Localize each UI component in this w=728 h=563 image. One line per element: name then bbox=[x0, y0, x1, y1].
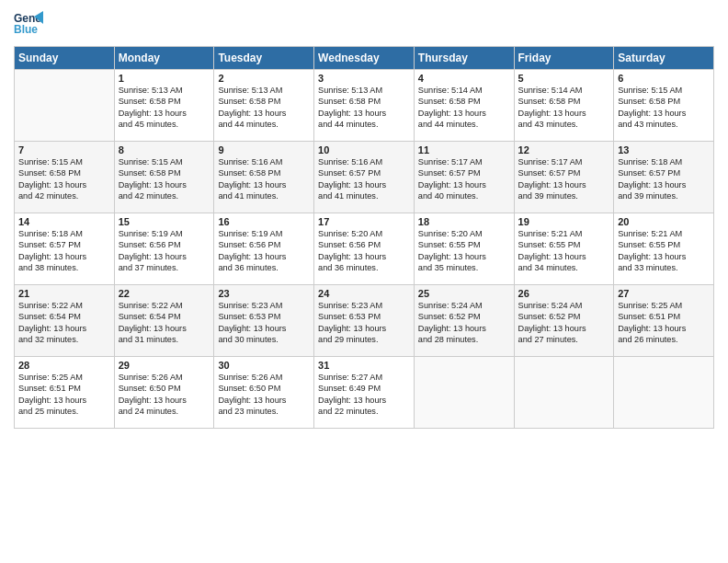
day-number: 15 bbox=[119, 216, 210, 227]
day-number: 25 bbox=[418, 288, 510, 299]
calendar-cell: 6Sunrise: 5:15 AM Sunset: 6:58 PM Daylig… bbox=[614, 70, 714, 142]
calendar-cell: 16Sunrise: 5:19 AM Sunset: 6:56 PM Dayli… bbox=[214, 213, 314, 285]
calendar-cell bbox=[614, 357, 714, 429]
day-number: 12 bbox=[518, 144, 610, 155]
cell-text: Sunrise: 5:13 AM Sunset: 6:58 PM Dayligh… bbox=[218, 85, 310, 131]
col-header-saturday: Saturday bbox=[614, 47, 714, 70]
day-number: 28 bbox=[18, 360, 110, 371]
cell-text: Sunrise: 5:25 AM Sunset: 6:51 PM Dayligh… bbox=[618, 300, 710, 346]
calendar-cell: 23Sunrise: 5:23 AM Sunset: 6:53 PM Dayli… bbox=[214, 285, 314, 357]
day-number: 11 bbox=[418, 144, 510, 155]
calendar-cell: 11Sunrise: 5:17 AM Sunset: 6:57 PM Dayli… bbox=[414, 142, 514, 213]
day-number: 9 bbox=[218, 144, 310, 155]
calendar-cell bbox=[514, 357, 614, 429]
calendar-cell: 5Sunrise: 5:14 AM Sunset: 6:58 PM Daylig… bbox=[514, 70, 614, 142]
cell-text: Sunrise: 5:18 AM Sunset: 6:57 PM Dayligh… bbox=[18, 228, 110, 274]
day-number: 22 bbox=[119, 288, 210, 299]
svg-text:Blue: Blue bbox=[14, 23, 38, 36]
day-number: 4 bbox=[418, 73, 510, 84]
calendar-header: SundayMondayTuesdayWednesdayThursdayFrid… bbox=[15, 47, 714, 70]
day-number: 21 bbox=[18, 288, 110, 299]
day-number: 17 bbox=[318, 216, 410, 227]
cell-text: Sunrise: 5:19 AM Sunset: 6:56 PM Dayligh… bbox=[218, 228, 310, 274]
calendar-cell: 17Sunrise: 5:20 AM Sunset: 6:56 PM Dayli… bbox=[314, 213, 415, 285]
cell-text: Sunrise: 5:22 AM Sunset: 6:54 PM Dayligh… bbox=[18, 300, 110, 346]
cell-text: Sunrise: 5:25 AM Sunset: 6:51 PM Dayligh… bbox=[18, 372, 110, 418]
day-number: 31 bbox=[318, 360, 410, 371]
col-header-wednesday: Wednesday bbox=[314, 47, 415, 70]
col-header-friday: Friday bbox=[514, 47, 614, 70]
calendar-cell: 27Sunrise: 5:25 AM Sunset: 6:51 PM Dayli… bbox=[614, 285, 714, 357]
col-header-thursday: Thursday bbox=[414, 47, 514, 70]
calendar-cell: 14Sunrise: 5:18 AM Sunset: 6:57 PM Dayli… bbox=[15, 213, 115, 285]
calendar-cell: 30Sunrise: 5:26 AM Sunset: 6:50 PM Dayli… bbox=[214, 357, 314, 429]
calendar-cell: 19Sunrise: 5:21 AM Sunset: 6:55 PM Dayli… bbox=[514, 213, 614, 285]
day-number: 18 bbox=[418, 216, 510, 227]
calendar-cell: 28Sunrise: 5:25 AM Sunset: 6:51 PM Dayli… bbox=[15, 357, 115, 429]
calendar-cell: 31Sunrise: 5:27 AM Sunset: 6:49 PM Dayli… bbox=[314, 357, 415, 429]
cell-text: Sunrise: 5:18 AM Sunset: 6:57 PM Dayligh… bbox=[618, 156, 710, 202]
week-row-5: 28Sunrise: 5:25 AM Sunset: 6:51 PM Dayli… bbox=[15, 357, 714, 429]
calendar-cell: 3Sunrise: 5:13 AM Sunset: 6:58 PM Daylig… bbox=[314, 70, 415, 142]
calendar-cell: 22Sunrise: 5:22 AM Sunset: 6:54 PM Dayli… bbox=[114, 285, 214, 357]
cell-text: Sunrise: 5:17 AM Sunset: 6:57 PM Dayligh… bbox=[518, 156, 610, 202]
col-header-sunday: Sunday bbox=[15, 47, 115, 70]
cell-text: Sunrise: 5:26 AM Sunset: 6:50 PM Dayligh… bbox=[218, 372, 310, 418]
day-number: 8 bbox=[119, 144, 210, 155]
calendar-cell: 4Sunrise: 5:14 AM Sunset: 6:58 PM Daylig… bbox=[414, 70, 514, 142]
calendar-cell: 25Sunrise: 5:24 AM Sunset: 6:52 PM Dayli… bbox=[414, 285, 514, 357]
calendar-cell: 18Sunrise: 5:20 AM Sunset: 6:55 PM Dayli… bbox=[414, 213, 514, 285]
day-number: 14 bbox=[18, 216, 110, 227]
calendar-cell: 10Sunrise: 5:16 AM Sunset: 6:57 PM Dayli… bbox=[314, 142, 415, 213]
calendar-cell: 13Sunrise: 5:18 AM Sunset: 6:57 PM Dayli… bbox=[614, 142, 714, 213]
cell-text: Sunrise: 5:23 AM Sunset: 6:53 PM Dayligh… bbox=[318, 300, 410, 346]
cell-text: Sunrise: 5:16 AM Sunset: 6:58 PM Dayligh… bbox=[218, 156, 310, 202]
day-number: 27 bbox=[618, 288, 710, 299]
page-container: General Blue SundayMondayTuesdayWednesda… bbox=[0, 0, 728, 438]
day-number: 26 bbox=[518, 288, 610, 299]
header: General Blue bbox=[14, 9, 714, 39]
cell-text: Sunrise: 5:20 AM Sunset: 6:55 PM Dayligh… bbox=[418, 228, 510, 274]
calendar-cell: 29Sunrise: 5:26 AM Sunset: 6:50 PM Dayli… bbox=[114, 357, 214, 429]
day-number: 29 bbox=[119, 360, 210, 371]
logo-icon: General Blue bbox=[14, 9, 43, 39]
day-number: 10 bbox=[318, 144, 410, 155]
cell-text: Sunrise: 5:15 AM Sunset: 6:58 PM Dayligh… bbox=[18, 156, 110, 202]
logo: General Blue bbox=[14, 9, 47, 39]
week-row-4: 21Sunrise: 5:22 AM Sunset: 6:54 PM Dayli… bbox=[15, 285, 714, 357]
day-number: 23 bbox=[218, 288, 310, 299]
week-row-2: 7Sunrise: 5:15 AM Sunset: 6:58 PM Daylig… bbox=[15, 142, 714, 213]
calendar-cell: 15Sunrise: 5:19 AM Sunset: 6:56 PM Dayli… bbox=[114, 213, 214, 285]
cell-text: Sunrise: 5:21 AM Sunset: 6:55 PM Dayligh… bbox=[518, 228, 610, 274]
cell-text: Sunrise: 5:16 AM Sunset: 6:57 PM Dayligh… bbox=[318, 156, 410, 202]
col-header-monday: Monday bbox=[114, 47, 214, 70]
cell-text: Sunrise: 5:24 AM Sunset: 6:52 PM Dayligh… bbox=[418, 300, 510, 346]
day-number: 2 bbox=[218, 73, 310, 84]
calendar-cell: 12Sunrise: 5:17 AM Sunset: 6:57 PM Dayli… bbox=[514, 142, 614, 213]
day-number: 13 bbox=[618, 144, 710, 155]
cell-text: Sunrise: 5:13 AM Sunset: 6:58 PM Dayligh… bbox=[119, 85, 210, 131]
calendar-cell: 2Sunrise: 5:13 AM Sunset: 6:58 PM Daylig… bbox=[214, 70, 314, 142]
calendar-cell: 1Sunrise: 5:13 AM Sunset: 6:58 PM Daylig… bbox=[114, 70, 214, 142]
day-number: 3 bbox=[318, 73, 410, 84]
col-header-tuesday: Tuesday bbox=[214, 47, 314, 70]
week-row-1: 1Sunrise: 5:13 AM Sunset: 6:58 PM Daylig… bbox=[15, 70, 714, 142]
calendar-cell: 26Sunrise: 5:24 AM Sunset: 6:52 PM Dayli… bbox=[514, 285, 614, 357]
cell-text: Sunrise: 5:21 AM Sunset: 6:55 PM Dayligh… bbox=[618, 228, 710, 274]
calendar-body: 1Sunrise: 5:13 AM Sunset: 6:58 PM Daylig… bbox=[15, 70, 714, 429]
day-number: 19 bbox=[518, 216, 610, 227]
day-number: 30 bbox=[218, 360, 310, 371]
cell-text: Sunrise: 5:15 AM Sunset: 6:58 PM Dayligh… bbox=[119, 156, 210, 202]
calendar-cell: 24Sunrise: 5:23 AM Sunset: 6:53 PM Dayli… bbox=[314, 285, 415, 357]
cell-text: Sunrise: 5:17 AM Sunset: 6:57 PM Dayligh… bbox=[418, 156, 510, 202]
day-number: 20 bbox=[618, 216, 710, 227]
cell-text: Sunrise: 5:23 AM Sunset: 6:53 PM Dayligh… bbox=[218, 300, 310, 346]
calendar-cell bbox=[15, 70, 115, 142]
calendar-cell: 8Sunrise: 5:15 AM Sunset: 6:58 PM Daylig… bbox=[114, 142, 214, 213]
day-number: 1 bbox=[119, 73, 210, 84]
cell-text: Sunrise: 5:24 AM Sunset: 6:52 PM Dayligh… bbox=[518, 300, 610, 346]
cell-text: Sunrise: 5:27 AM Sunset: 6:49 PM Dayligh… bbox=[318, 372, 410, 418]
cell-text: Sunrise: 5:20 AM Sunset: 6:56 PM Dayligh… bbox=[318, 228, 410, 274]
calendar-cell bbox=[414, 357, 514, 429]
calendar-table: SundayMondayTuesdayWednesdayThursdayFrid… bbox=[14, 46, 714, 429]
